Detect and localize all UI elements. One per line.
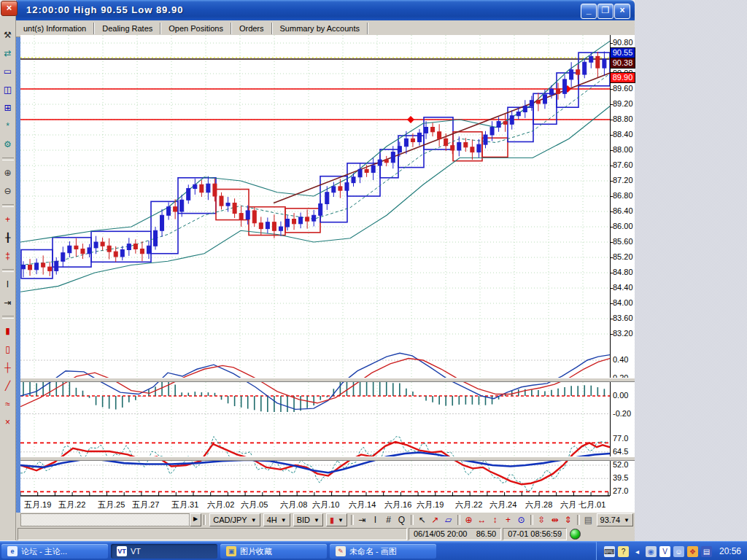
scroll-right-button[interactable]: ▶ bbox=[190, 513, 201, 526]
messenger-icon[interactable]: ☺ bbox=[673, 546, 684, 557]
pane-divider[interactable] bbox=[20, 456, 635, 461]
zoom-reset-icon[interactable]: ⊙ bbox=[515, 514, 528, 526]
pane-divider[interactable] bbox=[20, 378, 635, 382]
candle-body bbox=[272, 222, 276, 231]
restore-button[interactable]: ❐ bbox=[597, 4, 614, 19]
colors-icon[interactable]: ❖ bbox=[687, 546, 698, 557]
status-server-time: 07-01 08:56:59 bbox=[503, 528, 567, 540]
vt-tray-icon[interactable]: V bbox=[659, 546, 670, 557]
pin-tool-icon[interactable]: ⚒ bbox=[1, 29, 15, 42]
swap-arrows-icon[interactable]: ⇄ bbox=[1, 47, 15, 60]
toolbar-separator bbox=[457, 515, 460, 525]
goto-end-icon[interactable]: ⇥ bbox=[356, 514, 369, 526]
marker-tool-icon[interactable]: ↗ bbox=[429, 514, 442, 526]
candle-body bbox=[259, 223, 263, 229]
candle-hollow-icon[interactable]: ▯ bbox=[1, 343, 15, 356]
new-chart-icon[interactable]: * bbox=[1, 120, 15, 133]
level-line-icon[interactable]: ‡ bbox=[1, 250, 15, 262]
minimize-button[interactable]: _ bbox=[581, 4, 597, 19]
bollinger-middle bbox=[20, 74, 610, 265]
stoch-red-line bbox=[20, 442, 610, 484]
crosshair-icon[interactable]: + bbox=[502, 514, 515, 526]
line-chart-icon[interactable]: ╱ bbox=[1, 380, 15, 392]
candle-body bbox=[61, 253, 65, 262]
candle-body bbox=[286, 219, 290, 228]
shapes-tool-icon[interactable]: ▱ bbox=[442, 514, 455, 526]
candle-body bbox=[530, 101, 533, 106]
collapse-tray-icon[interactable]: ◂ bbox=[632, 546, 643, 557]
taskbar-item-2[interactable]: ▣图片收藏 bbox=[220, 544, 327, 559]
symbol-select[interactable]: CAD/JPY ▼ bbox=[209, 513, 260, 526]
candle-body bbox=[28, 265, 32, 270]
crosshair-wide-icon[interactable]: ╂ bbox=[1, 232, 15, 244]
title-bar[interactable]: 12:00:00 High 90.55 Low 89.90 _ ❐ × bbox=[16, 0, 635, 20]
chart-settings-icon[interactable]: ⚙ bbox=[1, 139, 15, 151]
desktop-background bbox=[635, 0, 747, 541]
zoom-in-icon[interactable]: ⊕ bbox=[462, 514, 476, 526]
tab-4[interactable]: Summary by Accounts bbox=[273, 20, 367, 36]
grid-toggle-icon[interactable]: # bbox=[382, 514, 395, 526]
compress-h-icon[interactable]: ⇹ bbox=[549, 514, 562, 526]
updates-icon[interactable]: ◉ bbox=[646, 546, 657, 557]
split-window-icon[interactable]: ◫ bbox=[1, 84, 15, 96]
candle-body bbox=[589, 56, 593, 62]
candle-style-icon: ▮ bbox=[330, 516, 334, 525]
close-icon[interactable]: × bbox=[1, 1, 18, 16]
candle-body bbox=[127, 244, 131, 250]
fit-vertical-icon[interactable]: I bbox=[369, 514, 382, 526]
candle-body bbox=[220, 196, 223, 206]
price-type-select[interactable]: BID ▼ bbox=[293, 513, 323, 526]
crosshair-arrows-icon[interactable]: + bbox=[1, 214, 15, 226]
scale-1-1-icon[interactable]: ⇳ bbox=[535, 514, 549, 526]
candle-style-select[interactable]: ▮ ▼ bbox=[326, 513, 347, 526]
horizontal-scrollbar[interactable] bbox=[20, 513, 190, 526]
candle-body bbox=[180, 200, 184, 211]
zoom-in-icon[interactable]: ⊕ bbox=[1, 167, 15, 179]
candle-body bbox=[74, 246, 78, 249]
tab-0[interactable]: unt(s) Information bbox=[16, 20, 93, 36]
candle-body bbox=[444, 139, 448, 145]
vertical-range-icon[interactable]: I bbox=[1, 279, 15, 291]
taskbar-item-icon: ▣ bbox=[226, 546, 236, 556]
doc-tray-icon[interactable]: ▤ bbox=[701, 546, 712, 557]
date-axis-label: 五月.27 bbox=[132, 499, 159, 510]
candle-body bbox=[154, 230, 158, 246]
candle-body bbox=[404, 139, 408, 147]
last-value-select[interactable]: 93.74 ▼ bbox=[597, 513, 633, 526]
tab-3[interactable]: Orders bbox=[232, 20, 271, 36]
chart-area[interactable]: 90.8090.4090.0089.6089.2088.8088.4088.00… bbox=[20, 35, 635, 513]
tab-2[interactable]: Open Positions bbox=[161, 20, 231, 36]
period-select[interactable]: 4H ▼ bbox=[263, 513, 290, 526]
price-chart[interactable] bbox=[20, 35, 610, 513]
snap-mode-icon[interactable]: Q bbox=[395, 514, 409, 526]
compress-v-icon[interactable]: ⇕ bbox=[562, 514, 575, 526]
h-expand-icon[interactable]: ↔ bbox=[476, 514, 489, 526]
ohlc-bar-icon[interactable]: ┼ bbox=[1, 362, 15, 374]
goto-line-icon[interactable]: ⇥ bbox=[1, 297, 15, 309]
multi-line-icon[interactable]: ≈ bbox=[1, 398, 15, 411]
taskbar-item-icon: VT bbox=[117, 546, 127, 556]
template-icon[interactable]: ▤ bbox=[582, 514, 595, 526]
candle-body bbox=[570, 70, 573, 79]
diamond-marker[interactable] bbox=[407, 116, 414, 123]
candle-body bbox=[94, 242, 98, 248]
candle-body bbox=[411, 139, 414, 141]
keyboard-icon[interactable]: ⌨ bbox=[604, 546, 615, 557]
period-value: 4H bbox=[267, 516, 277, 524]
tab-1[interactable]: Dealing Rates bbox=[95, 20, 160, 36]
close-button[interactable]: × bbox=[614, 4, 630, 19]
tab-separator bbox=[367, 23, 368, 34]
candle-body bbox=[48, 267, 52, 271]
point-figure-icon[interactable]: × bbox=[1, 416, 15, 429]
zoom-out-icon[interactable]: ⊖ bbox=[1, 185, 15, 198]
input-help-icon[interactable]: ? bbox=[618, 546, 629, 557]
taskbar-item-3[interactable]: ✎未命名 - 画图 bbox=[330, 544, 436, 559]
candle-solid-icon[interactable]: ▮ bbox=[1, 325, 15, 338]
quad-window-icon[interactable]: ⊞ bbox=[1, 102, 15, 114]
taskbar-item-0[interactable]: e论坛 - 主论... bbox=[1, 544, 108, 559]
cursor-tool-icon[interactable]: ↖ bbox=[416, 514, 429, 526]
price-box[interactable] bbox=[380, 149, 398, 178]
single-window-icon[interactable]: ▭ bbox=[1, 66, 15, 78]
taskbar-item-1[interactable]: VTVT bbox=[111, 544, 217, 559]
v-expand-icon[interactable]: ↕ bbox=[489, 514, 502, 526]
